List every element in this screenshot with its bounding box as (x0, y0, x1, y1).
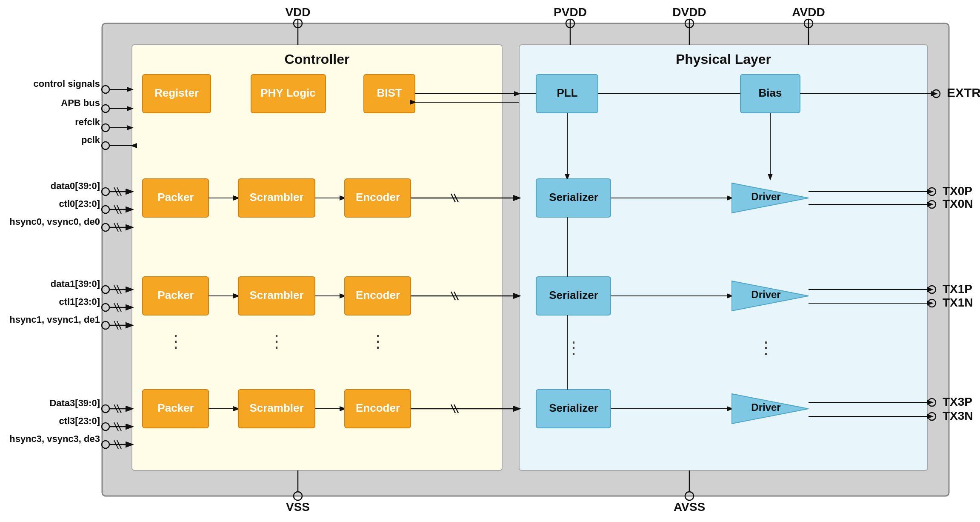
encoder0-block: Encoder (356, 191, 400, 204)
avdd-label: AVDD (792, 6, 825, 19)
ctrl-signals-label: control signals (34, 78, 100, 89)
driver1-block: Driver (751, 289, 780, 300)
pll-block: PLL (557, 86, 577, 99)
tx3n-label: TX3N (943, 409, 973, 422)
encoder3-block: Encoder (356, 402, 400, 414)
vdd-label: VDD (285, 6, 310, 19)
hsync1-label: hsync1, vsync1, de1 (9, 314, 100, 325)
tx3p-label: TX3P (943, 395, 972, 408)
diagram-container: Controller Physical Layer VDD PVDD DVDD … (0, 0, 980, 522)
dots-col2: ⋮ (268, 332, 285, 350)
apb-bus-label: APB bus (61, 98, 100, 108)
data1-label: data1[39:0] (51, 278, 100, 289)
serializer3-block: Serializer (549, 402, 598, 414)
serializer0-block: Serializer (549, 191, 598, 204)
ctl3-label: ctl3[23:0] (59, 416, 100, 426)
dots-col1: ⋮ (167, 332, 184, 350)
tx0n-label: TX0N (943, 197, 973, 210)
vss-label: VSS (286, 500, 310, 513)
dvdd-label: DVDD (672, 6, 706, 19)
pclk-label: pclk (81, 135, 100, 145)
serializer1-block: Serializer (549, 289, 598, 301)
ctl1-label: ctl1[23:0] (59, 296, 100, 307)
tx1p-label: TX1P (943, 282, 972, 295)
data3-label: Data3[39:0] (49, 398, 100, 408)
data0-label: data0[39:0] (51, 181, 100, 191)
hsync3-label: hsync3, vsync3, de3 (9, 433, 100, 444)
driver3-block: Driver (751, 402, 780, 413)
scrambler0-block: Scrambler (249, 191, 303, 204)
refclk-label: refclk (75, 117, 100, 127)
extr-label: EXTR (947, 86, 980, 100)
dots-col3: ⋮ (369, 332, 386, 350)
tx1n-label: TX1N (943, 296, 973, 309)
scrambler1-block: Scrambler (249, 289, 303, 301)
avss-label: AVSS (674, 500, 705, 513)
encoder1-block: Encoder (356, 289, 400, 301)
bias-block: Bias (759, 86, 782, 99)
scrambler3-block: Scrambler (249, 402, 303, 414)
tx0p-label: TX0P (943, 184, 972, 198)
packer3-block: Packer (157, 402, 194, 414)
packer0-block: Packer (157, 191, 194, 204)
controller-label: Controller (285, 52, 350, 67)
hsync0-label: hsync0, vsync0, de0 (9, 216, 100, 227)
bist-block: BIST (377, 86, 402, 99)
phy-dots2: ⋮ (757, 338, 774, 357)
ctl0-label: ctl0[23:0] (59, 198, 100, 209)
phy-layer-label: Physical Layer (676, 52, 771, 67)
phylogic-block: PHY Logic (260, 86, 316, 99)
register-block: Register (154, 86, 199, 99)
pvdd-label: PVDD (554, 6, 587, 19)
driver0-block: Driver (751, 191, 780, 202)
packer1-block: Packer (157, 289, 194, 301)
